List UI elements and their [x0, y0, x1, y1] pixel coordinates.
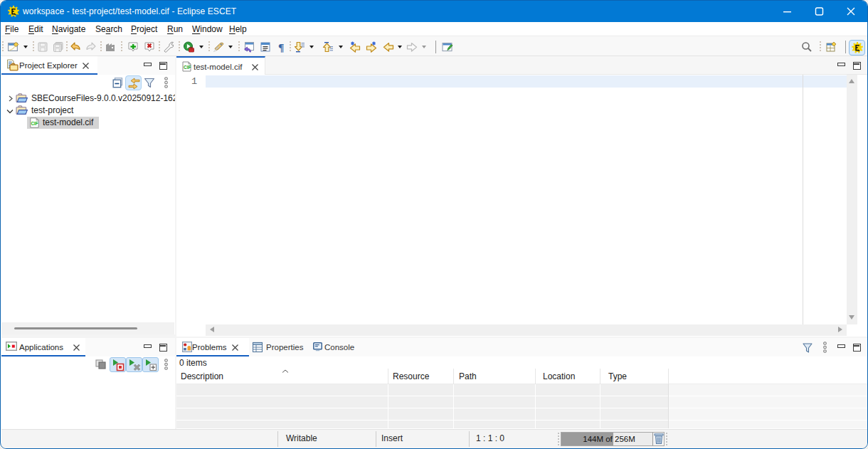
svg-text:¶: ¶ [278, 41, 284, 53]
svg-text:CIF: CIF [31, 121, 38, 126]
svg-text:CIF: CIF [184, 65, 191, 70]
